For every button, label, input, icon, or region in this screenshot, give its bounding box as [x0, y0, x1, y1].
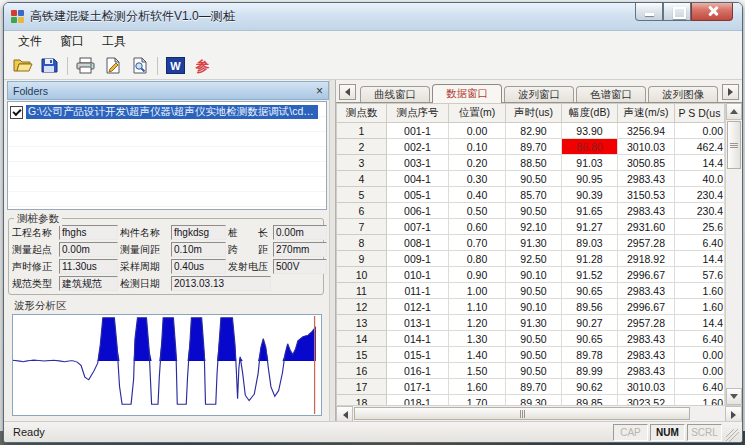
tab-scroll-left-button[interactable]	[339, 84, 356, 100]
cell-point-id[interactable]: 014-1	[387, 331, 449, 347]
cell-psd[interactable]: 6.40	[675, 235, 725, 251]
scroll-up-button[interactable]	[726, 103, 742, 120]
cell-point-count[interactable]: 1	[337, 123, 387, 139]
close-button[interactable]	[691, 3, 733, 21]
cell-point-id[interactable]: 001-1	[387, 123, 449, 139]
table-row[interactable]: 10010-10.9090.1091.522996.6757.6	[337, 267, 725, 283]
cell-point-count[interactable]: 15	[337, 347, 387, 363]
table-row[interactable]: 7007-10.6092.1091.272931.6025.6	[337, 219, 725, 235]
cell-position[interactable]: 0.00	[449, 123, 506, 139]
cell-velocity[interactable]: 2931.60	[618, 219, 675, 235]
cell-sound-time[interactable]: 90.50	[506, 171, 562, 187]
cell-position[interactable]: 0.30	[449, 171, 506, 187]
cell-amplitude[interactable]: 89.99	[562, 363, 618, 379]
cell-position[interactable]: 0.70	[449, 235, 506, 251]
data-table[interactable]: 测点数测点序号位置(m)声时(us)幅度(dB)声速(m/s)P S D(us …	[336, 103, 725, 427]
export-button[interactable]	[99, 54, 126, 77]
waveform-plot[interactable]	[13, 315, 321, 415]
folders-header[interactable]: Folders ×	[7, 81, 329, 100]
params-button[interactable]: 参	[189, 54, 216, 77]
table-row[interactable]: 4004-10.3090.5090.952983.4340.0	[337, 171, 725, 187]
cell-point-id[interactable]: 005-1	[387, 187, 449, 203]
cell-sound-time[interactable]: 92.50	[506, 251, 562, 267]
minimize-button[interactable]	[635, 3, 663, 21]
cell-psd[interactable]: 1.60	[675, 299, 725, 315]
cell-sound-time[interactable]: 90.50	[506, 331, 562, 347]
param-value-spacing[interactable]: 0.10m	[171, 242, 226, 257]
folder-tree-item[interactable]: G:\公司产品设计开发\超声仪器\超声仪实地检测数据调试\cd\cd03\cd0…	[10, 105, 324, 119]
cell-sound-time[interactable]: 85.70	[506, 187, 562, 203]
cell-point-count[interactable]: 9	[337, 251, 387, 267]
tab-scroll-right-button[interactable]	[722, 84, 739, 100]
cell-amplitude[interactable]: 89.56	[562, 299, 618, 315]
cell-sound-time[interactable]: 90.50	[506, 363, 562, 379]
cell-amplitude[interactable]: 91.52	[562, 267, 618, 283]
table-row[interactable]: 2002-10.1089.7086.803010.03462.4	[337, 139, 725, 155]
cell-position[interactable]: 1.40	[449, 347, 506, 363]
cell-point-count[interactable]: 5	[337, 187, 387, 203]
cell-sound-time[interactable]: 90.10	[506, 267, 562, 283]
vertical-scrollbar[interactable]	[725, 103, 742, 405]
column-header-point-count[interactable]: 测点数	[337, 104, 387, 123]
cell-psd[interactable]: 25.6	[675, 219, 725, 235]
column-header-psd[interactable]: P S D(us	[675, 104, 725, 123]
cell-psd[interactable]: 14.4	[675, 155, 725, 171]
cell-point-count[interactable]: 6	[337, 203, 387, 219]
cell-velocity[interactable]: 2983.43	[618, 203, 675, 219]
cell-velocity[interactable]: 2957.28	[618, 235, 675, 251]
table-row[interactable]: 9009-10.8092.5091.282918.9214.4	[337, 251, 725, 267]
cell-position[interactable]: 1.20	[449, 315, 506, 331]
cell-sound-time[interactable]: 90.50	[506, 283, 562, 299]
param-value-component-name[interactable]: fhgkdsg	[171, 225, 226, 240]
cell-position[interactable]: 1.30	[449, 331, 506, 347]
menu-item-tools[interactable]: 工具	[93, 31, 135, 52]
resize-grip[interactable]	[726, 429, 739, 442]
cell-amplitude[interactable]: 90.27	[562, 315, 618, 331]
cell-velocity[interactable]: 3150.53	[618, 187, 675, 203]
cell-point-id[interactable]: 003-1	[387, 155, 449, 171]
cell-velocity[interactable]: 3256.94	[618, 123, 675, 139]
cell-psd[interactable]: 0.00	[675, 363, 725, 379]
cell-psd[interactable]: 462.4	[675, 139, 725, 155]
cell-point-id[interactable]: 006-1	[387, 203, 449, 219]
preview-button[interactable]	[126, 54, 153, 77]
folders-close-icon[interactable]: ×	[316, 86, 323, 96]
cell-velocity[interactable]: 2996.67	[618, 267, 675, 283]
cell-sound-time[interactable]: 90.50	[506, 203, 562, 219]
tab-curve-window[interactable]: 曲线窗口	[360, 86, 430, 102]
column-header-amplitude[interactable]: 幅度(dB)	[562, 104, 618, 123]
cell-sound-time[interactable]: 89.70	[506, 139, 562, 155]
cell-position[interactable]: 0.90	[449, 267, 506, 283]
cell-psd[interactable]: 40.0	[675, 171, 725, 187]
save-button[interactable]	[36, 54, 63, 77]
cell-amplitude[interactable]: 91.65	[562, 203, 618, 219]
cell-psd[interactable]: 6.40	[675, 379, 725, 395]
cell-amplitude[interactable]: 90.62	[562, 379, 618, 395]
cell-point-count[interactable]: 10	[337, 267, 387, 283]
folder-checkbox[interactable]	[10, 106, 23, 119]
cell-position[interactable]: 1.10	[449, 299, 506, 315]
menu-item-file[interactable]: 文件	[9, 31, 51, 52]
cell-point-count[interactable]: 4	[337, 171, 387, 187]
horizontal-scroll-track[interactable]	[691, 406, 725, 421]
cell-point-count[interactable]: 3	[337, 155, 387, 171]
cell-velocity[interactable]: 2983.43	[618, 283, 675, 299]
cell-amplitude[interactable]: 91.28	[562, 251, 618, 267]
cell-amplitude[interactable]: 90.65	[562, 331, 618, 347]
table-row[interactable]: 1001-10.0082.9093.903256.940.00	[337, 123, 725, 139]
cell-point-id[interactable]: 002-1	[387, 139, 449, 155]
cell-velocity[interactable]: 2957.28	[618, 315, 675, 331]
open-folder-button[interactable]	[9, 54, 36, 77]
vertical-scroll-thumb[interactable]	[727, 121, 741, 169]
cell-amplitude[interactable]: 91.03	[562, 155, 618, 171]
cell-point-count[interactable]: 17	[337, 379, 387, 395]
cell-point-id[interactable]: 017-1	[387, 379, 449, 395]
maximize-button[interactable]	[663, 3, 691, 21]
cell-point-id[interactable]: 007-1	[387, 219, 449, 235]
column-header-point-id[interactable]: 测点序号	[387, 104, 449, 123]
cell-position[interactable]: 0.80	[449, 251, 506, 267]
cell-psd[interactable]: 0.00	[675, 123, 725, 139]
table-row[interactable]: 5005-10.4085.7090.393150.53230.4	[337, 187, 725, 203]
table-row[interactable]: 12012-11.1090.1089.562996.671.60	[337, 299, 725, 315]
cell-velocity[interactable]: 2983.43	[618, 363, 675, 379]
